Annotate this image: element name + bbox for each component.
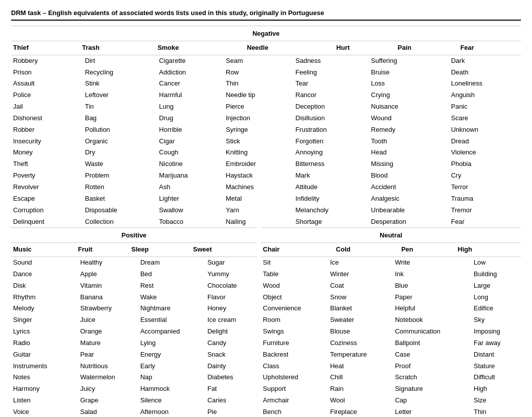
table-cell: Orange	[78, 326, 138, 338]
table-cell: Object	[261, 292, 328, 303]
col-header-sweet: Sweet	[191, 243, 257, 257]
table-cell: Lyrics	[11, 326, 78, 338]
table-cell: Collection	[83, 216, 157, 228]
table-cell: Cough	[157, 147, 224, 158]
table-cell: Honey	[205, 303, 256, 314]
table-cell: Annoying	[294, 147, 369, 158]
table-cell: Injection	[224, 113, 294, 124]
table-cell: Recycling	[83, 67, 157, 78]
table-cell: Heat	[328, 361, 393, 372]
table-cell: Dance	[11, 269, 78, 280]
table-cell: Case	[393, 349, 472, 361]
col-header-needle: Needle	[245, 41, 334, 55]
table-cell: Remedy	[369, 124, 449, 136]
table-cell: Harmful	[157, 90, 224, 101]
table-row: ListenGrapeSilenceCaries	[11, 395, 257, 406]
table-cell: Frustration	[294, 124, 369, 136]
table-cell: Basket	[83, 193, 157, 205]
col-header-pain: Pain	[396, 41, 459, 55]
table-cell: Insecurity	[11, 136, 83, 147]
table-row: RevolverRottenAshMachinesAttitudeAcciden…	[11, 182, 521, 193]
table-row: SingerJuiceEssentialIce cream	[11, 314, 257, 326]
table-cell: Tremor	[449, 205, 521, 216]
table-cell: Stick	[224, 136, 294, 147]
table-cell: Paper	[393, 292, 472, 303]
table-cell: Large	[472, 280, 521, 292]
table-cell: Terror	[449, 182, 521, 193]
table-row: DanceAppleBedYummy	[11, 269, 257, 280]
table-cell: Room	[261, 314, 328, 326]
col-header-cold: Cold	[334, 243, 399, 257]
table-cell: Watermelon	[78, 372, 138, 383]
table-cell: Bag	[83, 113, 157, 124]
table-cell: Police	[11, 90, 83, 101]
neutral-table: Neutral Chair Cold Pen High	[261, 227, 521, 257]
table-cell: Proof	[393, 361, 472, 372]
table-cell: Crying	[369, 90, 449, 101]
table-row: RoomSweaterNotebookSky	[261, 314, 521, 326]
negative-section-header: Negative	[11, 26, 521, 41]
neutral-section: Neutral Chair Cold Pen High SitIceWriteL…	[261, 227, 521, 417]
table-cell: Fat	[205, 383, 256, 395]
table-cell: Snow	[328, 292, 393, 303]
table-cell: Deception	[294, 101, 369, 113]
table-cell: Dark	[449, 55, 521, 67]
table-row: GuitarPearEnergySnack	[11, 349, 257, 361]
table-row: DishonestBagDrugInjectionDisillusionWoun…	[11, 113, 521, 124]
table-cell: Desperation	[369, 216, 449, 228]
table-cell: Early	[138, 361, 206, 372]
table-cell: Helpful	[393, 303, 472, 314]
table-cell: Revolver	[11, 182, 83, 193]
table-cell: Haystack	[224, 170, 294, 182]
table-cell: Write	[393, 257, 472, 269]
table-cell: Loss	[369, 78, 449, 90]
table-cell: Drug	[157, 113, 224, 124]
table-row: PovertyProblemMarijuanaHaystackMarkBlood…	[11, 170, 521, 182]
table-row: HarmonyJuicyHammockFat	[11, 383, 257, 395]
table-cell: Lighter	[157, 193, 224, 205]
table-cell: Ice	[328, 257, 393, 269]
table-cell: Horrible	[157, 124, 224, 136]
table-cell: Candy	[205, 338, 256, 349]
table-cell: Coat	[328, 280, 393, 292]
table-cell: Essential	[138, 314, 206, 326]
table-cell: Ice cream	[205, 314, 256, 326]
col-header-music: Music	[11, 243, 76, 257]
table-cell: Analgesic	[369, 193, 449, 205]
table-cell: Snack	[205, 349, 256, 361]
table-cell: Nailing	[224, 216, 294, 228]
table-cell: Sweater	[328, 314, 393, 326]
table-row: MelodyStrawberryNightmareHoney	[11, 303, 257, 314]
table-cell: Upholstered	[261, 372, 328, 383]
table-row: ConvenienceBlanketHelpfulEdifice	[261, 303, 521, 314]
table-cell: Fear	[449, 216, 521, 228]
table-cell: Nutritious	[78, 361, 138, 372]
table-cell: Signature	[393, 383, 472, 395]
table-cell: Silence	[138, 395, 206, 406]
table-cell: Ink	[393, 269, 472, 280]
table-cell: Thin	[472, 406, 521, 417]
table-row: DelinquentCollectionTobaccoNailingShorta…	[11, 216, 521, 228]
table-row: NotesWatermelonNapDiabetes	[11, 372, 257, 383]
table-cell: Long	[472, 292, 521, 303]
table-cell: Addiction	[157, 67, 224, 78]
col-header-chair: Chair	[261, 243, 334, 257]
table-row: ClassHeatProofStature	[261, 361, 521, 372]
table-cell: Death	[449, 67, 521, 78]
table-cell: Tooth	[369, 136, 449, 147]
table-cell: Caries	[205, 395, 256, 406]
table-cell: Dirt	[83, 55, 157, 67]
table-row: PoliceLeftoverHarmfulNeedle tipRancorCry…	[11, 90, 521, 101]
table-cell: Flavor	[205, 292, 256, 303]
table-cell: Dishonest	[11, 113, 83, 124]
table-cell: Lying	[138, 338, 206, 349]
table-cell: Rotten	[83, 182, 157, 193]
table-cell: Corruption	[11, 205, 83, 216]
table-cell: Nicotine	[157, 158, 224, 170]
table-cell: Money	[11, 147, 83, 158]
table-cell: Sit	[261, 257, 328, 269]
table-cell: Furniture	[261, 338, 328, 349]
table-cell: Infidelity	[294, 193, 369, 205]
table-cell: Notes	[11, 372, 78, 383]
table-cell: Dry	[83, 147, 157, 158]
